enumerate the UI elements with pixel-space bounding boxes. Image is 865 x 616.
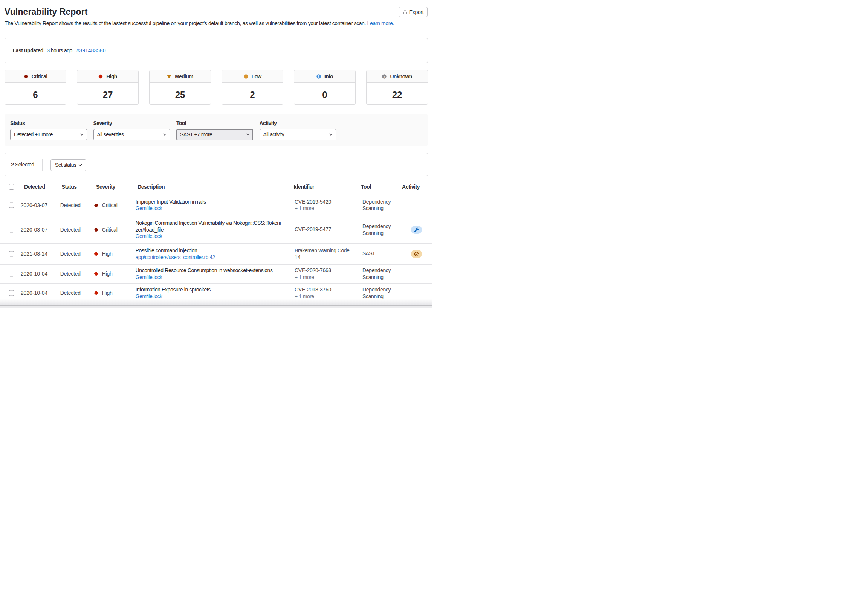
svg-text:?: ? <box>383 75 385 78</box>
